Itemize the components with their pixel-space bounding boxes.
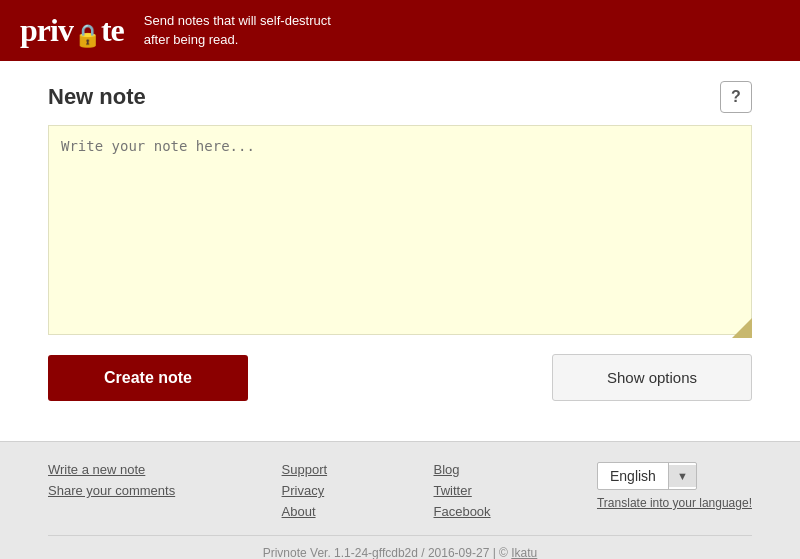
privacy-link[interactable]: Privacy	[282, 483, 328, 498]
ikatu-link[interactable]: Ikatu	[511, 546, 537, 559]
site-header: priv🔒te Send notes that will self-destru…	[0, 0, 800, 61]
facebook-link[interactable]: Facebook	[434, 504, 491, 519]
footer-bottom: Privnote Ver. 1.1-24-gffcdb2d / 2016-09-…	[48, 535, 752, 559]
main-content: New note ? Create note Show options	[0, 61, 800, 441]
footer-col-1: Write a new note Share your comments	[48, 462, 175, 498]
note-textarea[interactable]	[48, 125, 752, 335]
logo: priv🔒te	[20, 12, 124, 49]
logo-text: priv🔒te	[20, 12, 124, 49]
header-tagline: Send notes that will self-destruct after…	[144, 12, 344, 48]
footer-links: Write a new note Share your comments Sup…	[48, 462, 752, 519]
textarea-wrapper	[48, 125, 752, 338]
blog-link[interactable]: Blog	[434, 462, 491, 477]
site-footer: Write a new note Share your comments Sup…	[0, 441, 800, 559]
lang-selector-col: English ▼ Translate into your language!	[597, 462, 752, 510]
write-new-note-link[interactable]: Write a new note	[48, 462, 175, 477]
footer-col-3: Blog Twitter Facebook	[434, 462, 491, 519]
chevron-down-icon[interactable]: ▼	[669, 465, 696, 487]
page-header: New note ?	[48, 81, 752, 113]
version-text: Privnote Ver. 1.1-24-gffcdb2d / 2016-09-…	[263, 546, 508, 559]
help-button[interactable]: ?	[720, 81, 752, 113]
lang-current: English	[598, 463, 669, 489]
lock-icon: 🔒	[74, 23, 100, 49]
actions-row: Create note Show options	[48, 354, 752, 401]
footer-col-2: Support Privacy About	[282, 462, 328, 519]
page-title: New note	[48, 84, 146, 110]
support-link[interactable]: Support	[282, 462, 328, 477]
about-link[interactable]: About	[282, 504, 328, 519]
show-options-button[interactable]: Show options	[552, 354, 752, 401]
translate-link[interactable]: Translate into your language!	[597, 496, 752, 510]
share-comments-link[interactable]: Share your comments	[48, 483, 175, 498]
twitter-link[interactable]: Twitter	[434, 483, 491, 498]
create-note-button[interactable]: Create note	[48, 355, 248, 401]
lang-selector[interactable]: English ▼	[597, 462, 697, 490]
